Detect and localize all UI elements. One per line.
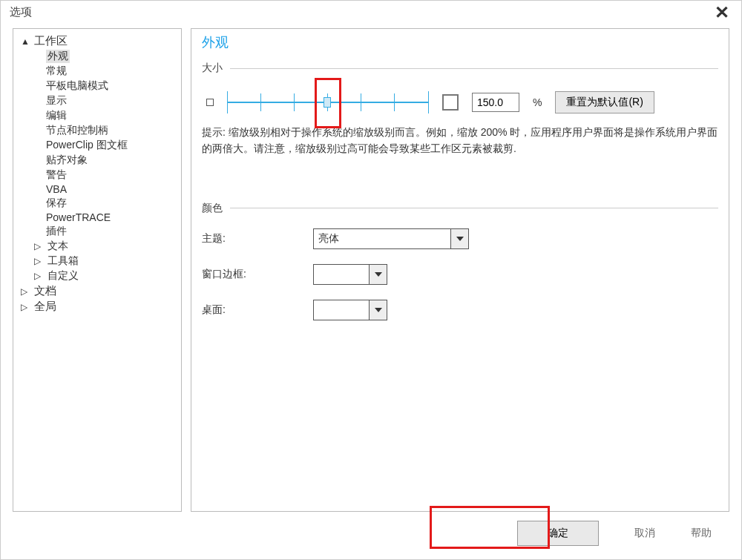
category-tree: ▲ 工作区 外观 常规 平板电脑模式 显示 编辑 xyxy=(13,28,182,512)
tree-item-powerclip[interactable]: PowerClip 图文框 xyxy=(15,138,180,153)
tree-node-customize[interactable]: ▷ 自定义 xyxy=(15,269,180,283)
chevron-down-icon xyxy=(369,300,387,320)
tree-item-appearance[interactable]: 外观 xyxy=(15,49,180,64)
triangle-down-icon: ▲ xyxy=(21,36,31,47)
tree-item-save[interactable]: 保存 xyxy=(15,196,180,211)
triangle-right-icon: ▷ xyxy=(34,256,45,266)
tree-item-general[interactable]: 常规 xyxy=(15,64,180,79)
triangle-right-icon: ▷ xyxy=(34,271,45,281)
scale-hint: 提示: 缩放级别相对于操作系统的缩放级别而言。例如，缩放 200% 时，应用程序… xyxy=(202,124,718,157)
border-label: 窗口边框: xyxy=(202,268,313,281)
triangle-right-icon: ▷ xyxy=(21,286,31,297)
tree-node-document[interactable]: ▷ 文档 xyxy=(15,283,180,299)
dialog-footer: 确定 取消 帮助 xyxy=(1,512,741,559)
help-button[interactable]: 帮助 xyxy=(691,527,712,540)
tree-item-plugins[interactable]: 插件 xyxy=(15,224,180,239)
page-title: 外观 xyxy=(202,33,718,51)
theme-value: 亮体 xyxy=(314,229,450,248)
tree-item-display[interactable]: 显示 xyxy=(15,93,180,108)
cancel-button[interactable]: 取消 xyxy=(634,527,655,540)
chevron-down-icon xyxy=(450,229,468,248)
border-color-combo[interactable] xyxy=(313,264,387,285)
scale-value-input[interactable] xyxy=(472,93,519,112)
group-size: 大小 xyxy=(202,62,718,157)
group-color-header: 颜色 xyxy=(202,202,223,215)
reset-button[interactable]: 重置为默认值(R) xyxy=(555,91,654,113)
tree-item-edit[interactable]: 编辑 xyxy=(15,108,180,123)
chevron-down-icon xyxy=(369,265,387,284)
percent-label: % xyxy=(533,96,542,108)
divider xyxy=(230,208,718,208)
theme-label: 主题: xyxy=(202,232,313,246)
preview-square-icon xyxy=(206,99,214,106)
tree-item-warnings[interactable]: 警告 xyxy=(15,168,180,182)
slider-thumb[interactable] xyxy=(324,97,331,108)
divider xyxy=(230,68,718,69)
dialog-title: 选项 xyxy=(10,5,32,19)
titlebar: 选项 ✕ xyxy=(1,1,741,22)
options-dialog: 选项 ✕ ▲ 工作区 外观 常规 平板电脑模式 显示 xyxy=(0,0,742,560)
close-icon[interactable]: ✕ xyxy=(712,6,732,19)
border-color-value xyxy=(314,265,369,284)
tree-item-snap[interactable]: 贴齐对象 xyxy=(15,153,180,168)
ok-button[interactable]: 确定 xyxy=(517,521,599,546)
triangle-right-icon: ▷ xyxy=(21,302,31,312)
desktop-color-value xyxy=(314,300,369,320)
desktop-color-combo[interactable] xyxy=(313,300,387,320)
theme-combo[interactable]: 亮体 xyxy=(313,228,469,249)
scale-checkbox[interactable] xyxy=(442,94,459,111)
desktop-label: 桌面: xyxy=(202,303,313,317)
triangle-right-icon: ▷ xyxy=(34,241,45,251)
tree-item-powertrace[interactable]: PowerTRACE xyxy=(15,211,180,224)
scale-slider[interactable] xyxy=(227,91,429,113)
tree-item-tablet[interactable]: 平板电脑模式 xyxy=(15,79,180,93)
tree-item-nodes[interactable]: 节点和控制柄 xyxy=(15,123,180,138)
settings-panel: 外观 大小 xyxy=(191,28,729,512)
tree-node-toolbox[interactable]: ▷ 工具箱 xyxy=(15,254,180,269)
group-color: 颜色 主题: 亮体 窗口边框: xyxy=(202,202,718,320)
group-size-header: 大小 xyxy=(202,62,223,75)
tree-node-global[interactable]: ▷ 全局 xyxy=(15,299,180,314)
tree-node-workspace[interactable]: ▲ 工作区 xyxy=(15,33,180,49)
dialog-body: ▲ 工作区 外观 常规 平板电脑模式 显示 编辑 xyxy=(1,22,741,512)
tree-item-vba[interactable]: VBA xyxy=(15,182,180,196)
tree-node-text[interactable]: ▷ 文本 xyxy=(15,239,180,254)
